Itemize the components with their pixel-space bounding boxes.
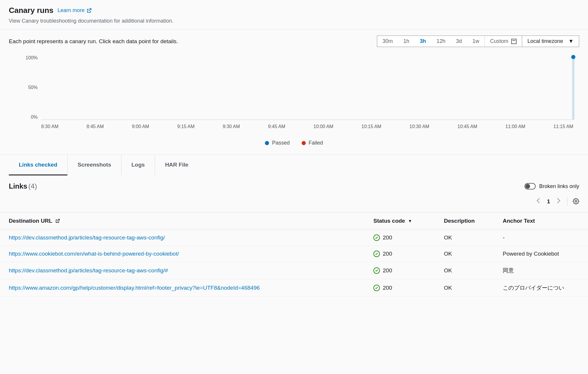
pager-sep <box>567 197 567 206</box>
x-tick: 8:45 AM <box>86 124 104 129</box>
external-link-icon <box>86 8 92 13</box>
y-tick: 50% <box>28 85 38 90</box>
x-tick: 10:45 AM <box>457 124 477 129</box>
time-range-1h[interactable]: 1h <box>398 36 415 47</box>
x-tick: 10:30 AM <box>410 124 430 129</box>
settings-button[interactable] <box>573 198 579 205</box>
col-header-url[interactable]: Destination URL <box>0 212 365 230</box>
anchor-cell: Powered by Cookiebot <box>494 246 588 262</box>
x-tick: 11:15 AM <box>553 124 573 129</box>
pager-next[interactable] <box>555 196 562 207</box>
x-tick: 9:15 AM <box>177 124 195 129</box>
y-tick: 0% <box>31 115 38 120</box>
timezone-select[interactable]: Local timezone ▼ <box>522 36 579 47</box>
tab-screenshots[interactable]: Screenshots <box>68 155 121 175</box>
url-cell[interactable]: https://dev.classmethod.jp/articles/tag-… <box>0 262 365 279</box>
desc-cell: OK <box>435 262 494 279</box>
time-controls: 30m1h3h12h3d1w Custom Local timezone ▼ <box>377 36 579 47</box>
timezone-label: Local timezone <box>527 38 563 44</box>
table-row: https://dev.classmethod.jp/articles/tag-… <box>0 262 588 279</box>
url-cell[interactable]: https://www.amazon.com/gp/help/customer/… <box>0 279 365 297</box>
anchor-cell: 同意 <box>494 262 588 279</box>
anchor-cell: このプロバイダーについ <box>494 279 588 297</box>
success-icon <box>373 285 380 291</box>
desc-cell: OK <box>435 230 494 246</box>
x-tick: 9:30 AM <box>223 124 240 129</box>
status-cell: 200 <box>365 230 435 246</box>
url-cell[interactable]: https://www.cookiebot.com/en/what-is-beh… <box>0 246 365 262</box>
legend-label-failed: Failed <box>309 140 323 146</box>
status-code: 200 <box>383 234 392 241</box>
links-table: Destination URL Status code ▼ Descriptio… <box>0 212 588 297</box>
tabs: Links checkedScreenshotsLogsHAR File <box>0 155 588 175</box>
x-tick: 10:00 AM <box>313 124 333 129</box>
chart-area: 100%50%0% 8:30 AM8:45 AM9:00 AM9:15 AM9:… <box>24 55 579 137</box>
success-icon <box>373 267 380 274</box>
calendar-icon <box>511 39 517 44</box>
external-link-icon <box>55 219 60 223</box>
tab-links-checked[interactable]: Links checked <box>9 155 68 175</box>
broken-links-toggle[interactable] <box>524 183 536 189</box>
chart-x-axis: 8:30 AM8:45 AM9:00 AM9:15 AM9:30 AM9:45 … <box>41 124 573 129</box>
learn-more-link[interactable]: Learn more <box>58 7 92 14</box>
svg-point-0 <box>575 200 577 202</box>
status-cell: 200 <box>365 262 435 279</box>
y-tick: 100% <box>26 55 38 61</box>
x-tick: 11:00 AM <box>505 124 525 129</box>
pager: 1 <box>0 193 588 212</box>
x-tick: 9:00 AM <box>132 124 149 129</box>
col-header-anchor[interactable]: Anchor Text <box>494 212 588 230</box>
time-range-30m[interactable]: 30m <box>377 36 398 47</box>
status-code: 200 <box>383 251 392 257</box>
status-cell: 200 <box>365 246 435 262</box>
chart-y-axis: 100%50%0% <box>21 55 38 120</box>
status-cell: 200 <box>365 279 435 297</box>
time-range-3h[interactable]: 3h <box>415 36 431 47</box>
learn-more-label: Learn more <box>58 7 85 14</box>
page-title: Canary runs <box>9 6 54 15</box>
col-header-url-label: Destination URL <box>9 218 52 224</box>
legend-dot-passed <box>265 141 269 145</box>
legend-item-failed: Failed <box>302 140 323 146</box>
success-icon <box>373 251 380 257</box>
table-row: https://dev.classmethod.jp/articles/tag-… <box>0 230 588 246</box>
time-range-12h[interactable]: 12h <box>431 36 451 47</box>
toggle-knob <box>525 184 530 189</box>
anchor-cell: - <box>494 230 588 246</box>
page-subtitle: View Canary troubleshooting documentatio… <box>9 18 579 24</box>
links-count: (4) <box>29 182 37 190</box>
status-code: 200 <box>383 267 392 274</box>
tab-har-file[interactable]: HAR File <box>155 155 198 175</box>
custom-range-button[interactable]: Custom <box>485 36 522 47</box>
chart-plot[interactable] <box>41 57 573 120</box>
links-title-wrap: Links (4) <box>9 182 37 190</box>
chart-legend: Passed Failed <box>9 140 579 146</box>
x-tick: 9:45 AM <box>268 124 285 129</box>
custom-range-label: Custom <box>490 38 508 44</box>
time-range-group: 30m1h3h12h3d1w <box>377 36 485 47</box>
col-header-status-label: Status code <box>373 218 405 224</box>
time-range-1w[interactable]: 1w <box>467 36 485 47</box>
legend-dot-failed <box>302 141 306 145</box>
desc-cell: OK <box>435 246 494 262</box>
links-title: Links <box>9 182 27 190</box>
chevron-down-icon: ▼ <box>568 38 574 44</box>
success-icon <box>373 234 380 241</box>
x-tick: 10:15 AM <box>361 124 381 129</box>
pager-prev[interactable] <box>535 196 542 207</box>
time-range-3d[interactable]: 3d <box>451 36 467 47</box>
table-row: https://www.amazon.com/gp/help/customer/… <box>0 279 588 297</box>
status-code: 200 <box>383 285 392 291</box>
legend-item-passed: Passed <box>265 140 290 146</box>
data-stem <box>572 57 574 120</box>
col-header-status[interactable]: Status code ▼ <box>365 212 435 230</box>
pager-page: 1 <box>547 198 550 205</box>
col-header-desc[interactable]: Description <box>435 212 494 230</box>
desc-cell: OK <box>435 279 494 297</box>
data-point[interactable] <box>571 55 575 59</box>
gear-icon <box>573 198 579 204</box>
table-row: https://www.cookiebot.com/en/what-is-beh… <box>0 246 588 262</box>
tab-logs[interactable]: Logs <box>121 155 155 175</box>
broken-links-label: Broken links only <box>539 183 579 189</box>
url-cell[interactable]: https://dev.classmethod.jp/articles/tag-… <box>0 230 365 246</box>
